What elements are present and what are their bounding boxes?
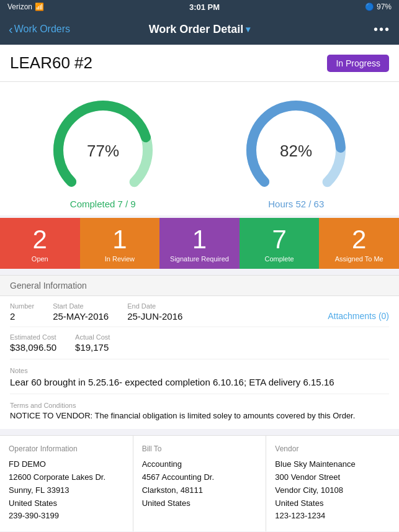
nav-title-chevron-icon[interactable]: ▾ [246,24,250,34]
end-date-label: End Date [127,302,182,310]
tile-signature-label: Signature Required [170,255,229,263]
operator-info-col: Operator Information FD DEMO12600 Corpor… [0,436,133,531]
hours-percent-text: 82% [280,142,312,160]
back-button[interactable]: ‹ Work Orders [9,22,104,37]
notes-group: Notes Lear 60 brought in 5.25.16- expect… [0,362,399,391]
terms-value: NOTICE TO VENDOR: The financial obligati… [10,410,389,422]
bill-to-col: Bill To Accounting4567 Accounting Dr.Cla… [133,436,267,531]
status-bar: Verizon 📶 3:01 PM 🔵 97% [0,0,399,14]
tile-complete[interactable]: 7 Complete [240,218,320,269]
tile-complete-label: Complete [265,255,294,263]
vendor-value: Blue Sky Maintenance300 Vendor StreetVen… [275,458,390,523]
actual-cost-group: Actual Cost $19,175 [75,333,110,353]
nav-title: Work Order Detail ▾ [104,23,295,36]
back-chevron-icon: ‹ [9,22,13,37]
estimated-cost-group: Estimated Cost $38,096.50 [10,333,56,353]
completed-label: Completed 7 / 9 [70,199,136,209]
terms-label: Terms and Conditions [10,402,389,409]
hours-gauge-svg: 82% [240,94,352,194]
bluetooth-icon: 🔵 [365,2,374,11]
tile-open[interactable]: 2 Open [0,218,80,269]
tile-inreview-label: In Review [105,255,135,263]
start-date-value: 25-MAY-2016 [53,311,109,322]
status-bar-right: 🔵 97% [365,2,392,11]
three-col-section: Operator Information FD DEMO12600 Corpor… [0,435,399,531]
status-badge: In Progress [327,55,389,72]
completed-gauge-svg: 77% [47,94,159,194]
battery-text: 97% [377,2,392,11]
page-header: LEAR60 #2 In Progress [0,45,399,82]
bill-to-value: Accounting4567 Accounting Dr.Clarkston, … [142,458,258,510]
start-date-label: Start Date [53,302,109,310]
attachments-link[interactable]: Attachments (0) [328,302,389,321]
info-row-costs: Estimated Cost $38,096.50 Actual Cost $1… [0,330,399,356]
estimated-cost-value: $38,096.50 [10,342,56,353]
estimated-cost-label: Estimated Cost [10,333,56,341]
general-info-section: General Information Number 2 Start Date … [0,275,399,429]
tile-inreview[interactable]: 1 In Review [80,218,160,269]
general-info-header: General Information [0,275,399,296]
operator-info-value: FD DEMO12600 Corporate Lakes Dr.Sunny, F… [9,458,124,523]
nav-title-text: Work Order Detail [149,23,244,36]
number-label: Number [10,302,34,310]
wifi-icon: 📶 [35,2,44,11]
status-tiles: 2 Open 1 In Review 1 Signature Required … [0,218,399,269]
number-group: Number 2 [10,302,34,322]
info-row-dates: Number 2 Start Date 25-MAY-2016 End Date… [0,296,399,324]
more-button[interactable]: ••• [374,22,390,37]
gauges-section: 77% Completed 7 / 9 82% Hours 52 / 63 [0,82,399,215]
carrier-text: Verizon [7,2,32,11]
hours-label: Hours 52 / 63 [268,199,324,209]
tile-inreview-number: 1 [112,227,127,253]
end-date-value: 25-JUN-2016 [127,311,182,322]
back-label: Work Orders [14,24,70,35]
bill-to-title: Bill To [142,444,258,453]
vendor-title: Vendor [275,444,390,453]
tile-signature[interactable]: 1 Signature Required [159,218,240,269]
page-title: LEAR60 #2 [10,53,92,73]
status-bar-left: Verizon 📶 [7,2,44,11]
operator-info-title: Operator Information [9,444,124,453]
terms-group: Terms and Conditions NOTICE TO VENDOR: T… [0,397,399,429]
nav-right: ••• [295,22,390,37]
notes-label: Notes [10,367,389,374]
tile-signature-number: 1 [192,227,207,253]
nav-bar: ‹ Work Orders Work Order Detail ▾ ••• [0,14,399,45]
tile-complete-number: 7 [272,227,286,253]
actual-cost-label: Actual Cost [75,333,110,341]
start-date-group: Start Date 25-MAY-2016 [53,302,109,322]
number-value: 2 [10,311,34,322]
end-date-group: End Date 25-JUN-2016 [127,302,182,322]
tile-assigned-number: 2 [352,227,366,253]
status-bar-time: 3:01 PM [189,2,220,12]
vendor-col: Vendor Blue Sky Maintenance300 Vendor St… [266,436,399,531]
tile-open-label: Open [32,255,48,263]
info-groups-left: Number 2 Start Date 25-MAY-2016 End Date… [10,302,182,322]
notes-value: Lear 60 brought in 5.25.16- expected com… [10,376,389,389]
completed-gauge: 77% Completed 7 / 9 [47,94,159,209]
tile-assigned-label: Assigned To Me [335,255,383,263]
tile-assigned[interactable]: 2 Assigned To Me [319,218,399,269]
actual-cost-value: $19,175 [75,342,110,353]
tile-open-number: 2 [33,227,47,253]
hours-gauge: 82% Hours 52 / 63 [240,94,352,209]
completed-percent-text: 77% [87,142,119,160]
